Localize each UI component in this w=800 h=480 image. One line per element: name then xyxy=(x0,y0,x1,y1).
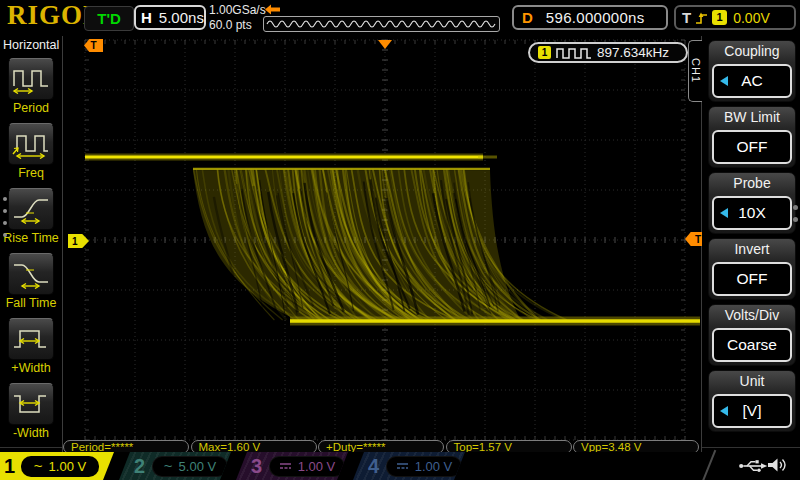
square-wave-icon xyxy=(556,47,592,59)
period-icon xyxy=(12,64,50,94)
sample-rate: 1.00GSa/s xyxy=(209,3,266,18)
oscilloscope-screen: RIGOL T'D H 5.00ns 1.00GSa/s 60.0 pts D … xyxy=(0,0,800,480)
bw-limit-label: BW Limit xyxy=(709,107,795,129)
left-arrow-icon xyxy=(720,208,728,218)
channel-3-number: 3 xyxy=(251,452,262,480)
dc-coupling-icon xyxy=(279,461,292,471)
channel-4-scale: 1.00 V xyxy=(386,456,462,477)
freq-icon xyxy=(12,129,50,159)
left-menu-page-indicator xyxy=(3,197,7,245)
channel-menu-tab: CH1 xyxy=(688,40,702,102)
menu-item-plus-width[interactable]: +Width xyxy=(0,318,62,375)
left-arrow-icon xyxy=(720,76,728,86)
channel-4-status[interactable]: 4 1.00 V xyxy=(353,452,465,480)
frequency-counter: 1 897.634kHz xyxy=(528,42,688,63)
footer-divider xyxy=(702,450,717,480)
probe-value[interactable]: 10X xyxy=(712,196,792,230)
horizontal-timebase-readout[interactable]: H 5.00ns xyxy=(134,5,206,30)
channel-menu: CH1 Coupling AC BW Limit OFF Probe 10X I… xyxy=(702,36,800,448)
invert-value[interactable]: OFF xyxy=(712,262,792,296)
usb-icon xyxy=(738,458,768,474)
fall-time-label: Fall Time xyxy=(0,296,62,310)
plus-width-button[interactable] xyxy=(8,318,54,360)
trigger-level-value: 0.00V xyxy=(733,10,770,26)
rise-time-icon xyxy=(12,194,50,224)
trigger-label: T xyxy=(682,9,691,26)
rise-time-button[interactable] xyxy=(8,188,54,230)
channel-2-scale: ~ 5.00 V xyxy=(152,456,228,477)
rise-time-label: Rise Time xyxy=(0,231,62,245)
delay-value: 596.000000ns xyxy=(546,9,645,26)
delay-label: D xyxy=(522,9,533,26)
freq-label: Freq xyxy=(0,166,62,180)
fall-time-button[interactable] xyxy=(8,253,54,295)
probe-label: Probe xyxy=(709,173,795,195)
menu-group-bw-limit[interactable]: BW Limit OFF xyxy=(708,106,796,168)
coupling-value[interactable]: AC xyxy=(712,64,792,98)
menu-item-fall-time[interactable]: Fall Time xyxy=(0,253,62,310)
plus-width-icon xyxy=(12,324,50,354)
menu-group-invert[interactable]: Invert OFF xyxy=(708,238,796,300)
right-menu-page-indicator xyxy=(793,205,798,229)
trigger-slope-icon xyxy=(695,11,708,25)
frequency-counter-source-badge: 1 xyxy=(538,46,551,59)
frequency-counter-value: 897.634kHz xyxy=(597,45,669,60)
top-status-bar: RIGOL T'D H 5.00ns 1.00GSa/s 60.0 pts D … xyxy=(0,0,800,37)
trigger-status-badge: T'D xyxy=(84,6,134,31)
menu-group-probe[interactable]: Probe 10X xyxy=(708,172,796,234)
ac-coupling-icon: ~ xyxy=(164,461,173,471)
memory-depth: 60.0 pts xyxy=(209,18,266,33)
timebase-value: 5.00ns xyxy=(159,9,204,26)
left-menu-title: Horizontal xyxy=(3,38,59,52)
trigger-source-badge: 1 xyxy=(712,10,727,25)
period-label: Period xyxy=(0,101,62,115)
fall-time-icon xyxy=(12,259,50,289)
menu-item-period[interactable]: Period xyxy=(0,58,62,115)
memory-position-arrow-icon xyxy=(265,4,281,15)
overview-waveform-icon xyxy=(264,17,499,31)
invert-label: Invert xyxy=(709,239,795,261)
volts-div-value[interactable]: Coarse xyxy=(712,328,792,362)
channel-4-number: 4 xyxy=(368,452,379,480)
dc-coupling-icon xyxy=(396,461,409,471)
menu-group-volts-div[interactable]: Volts/Div Coarse xyxy=(708,304,796,366)
channel-1-status[interactable]: 1 ~ 1.00 V xyxy=(0,452,114,480)
period-button[interactable] xyxy=(8,58,54,100)
freq-button[interactable] xyxy=(8,123,54,165)
menu-item-freq[interactable]: Freq xyxy=(0,123,62,180)
volts-div-label: Volts/Div xyxy=(709,305,795,327)
bw-limit-value[interactable]: OFF xyxy=(712,130,792,164)
trigger-readout[interactable]: T 1 0.00V xyxy=(674,5,796,30)
channel-3-scale: 1.00 V xyxy=(269,456,345,477)
menu-item-minus-width[interactable]: -Width xyxy=(0,383,62,440)
plus-width-label: +Width xyxy=(0,361,62,375)
minus-width-label: -Width xyxy=(0,426,62,440)
menu-group-unit[interactable]: Unit [V] xyxy=(708,370,796,432)
speaker-icon xyxy=(766,456,788,474)
menu-group-coupling[interactable]: Coupling AC xyxy=(708,40,796,102)
waveform-display-area: T 1 T 1 897.634kHz Period=***** Max=1.60… xyxy=(62,36,702,452)
trigger-position-marker[interactable] xyxy=(378,40,392,49)
channel-2-status[interactable]: 2 ~ 5.00 V xyxy=(119,452,231,480)
horizontal-delay-readout[interactable]: D 596.000000ns xyxy=(512,5,668,30)
graticule-and-waveform xyxy=(63,36,701,452)
horizontal-label: H xyxy=(141,9,152,26)
channel-1-number: 1 xyxy=(4,452,15,480)
horizontal-measure-menu: Horizontal Period xyxy=(0,36,62,448)
channel-2-number: 2 xyxy=(134,452,145,480)
ac-coupling-icon: ~ xyxy=(34,461,43,471)
left-arrow-icon xyxy=(720,406,728,416)
menu-item-rise-time[interactable]: Rise Time xyxy=(0,188,62,245)
channel-status-bar: 1 ~ 1.00 V 2 ~ 5.00 V 3 1.00 V xyxy=(0,452,800,480)
channel-3-status[interactable]: 3 1.00 V xyxy=(236,452,348,480)
minus-width-button[interactable] xyxy=(8,383,54,425)
waveform-overview-strip[interactable] xyxy=(263,16,500,32)
minus-width-icon xyxy=(12,389,50,419)
coupling-label: Coupling xyxy=(709,41,795,63)
unit-label: Unit xyxy=(709,371,795,393)
channel-1-scale: ~ 1.00 V xyxy=(21,456,99,477)
acquisition-info: 1.00GSa/s 60.0 pts xyxy=(209,3,266,33)
unit-value[interactable]: [V] xyxy=(712,394,792,428)
